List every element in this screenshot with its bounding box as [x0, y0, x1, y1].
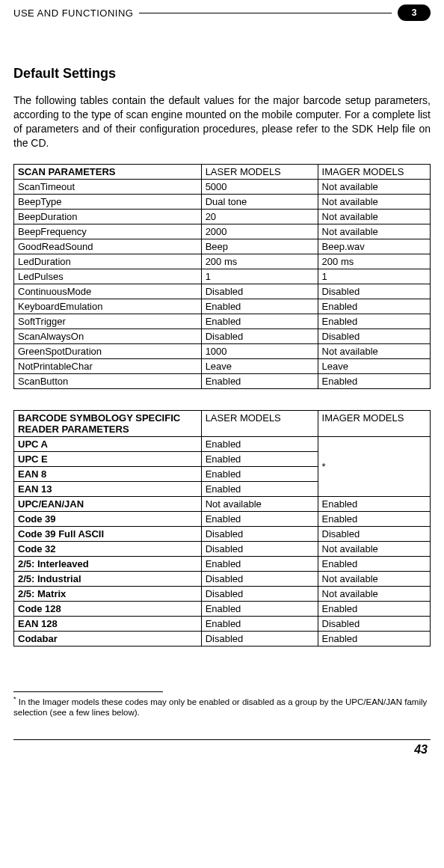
table-row: UPC/EAN/JANNot availableEnabled — [14, 496, 431, 511]
cell-imager: Enabled — [318, 299, 430, 314]
cell-param: ScanTimeout — [14, 179, 202, 194]
table-row: EAN 128EnabledDisabled — [14, 616, 431, 631]
cell-param: Code 39 Full ASCII — [14, 526, 202, 541]
cell-param: BeepType — [14, 194, 202, 209]
col-header-laser: LASER MODELS — [201, 164, 318, 179]
cell-param: ScanAlwaysOn — [14, 328, 202, 343]
cell-laser: Disabled — [201, 541, 318, 556]
page-header: USE AND FUNCTIONING 3 — [13, 0, 431, 21]
cell-imager: Not available — [318, 209, 430, 224]
cell-imager: Enabled — [318, 314, 430, 328]
col-header-imager: IMAGER MODELS — [318, 164, 430, 179]
cell-laser: Enabled — [201, 451, 318, 466]
cell-imager: Enabled — [318, 601, 430, 616]
table-row: BeepTypeDual toneNot available — [14, 194, 431, 209]
cell-laser: 1 — [201, 269, 318, 284]
cell-param: Code 128 — [14, 601, 202, 616]
section-title: Default Settings — [13, 66, 431, 82]
table-row: ContinuousModeDisabledDisabled — [14, 284, 431, 299]
cell-imager: 1 — [318, 269, 430, 284]
cell-imager: Not available — [318, 194, 430, 209]
cell-imager: Enabled — [318, 511, 430, 526]
table-row: 2/5: MatrixDisabledNot available — [14, 586, 431, 601]
cell-param: BeepDuration — [14, 209, 202, 224]
col-header-param: BARCODE SYMBOLOGY SPECIFIC READER PARAME… — [14, 410, 202, 436]
cell-imager: Enabled — [318, 373, 430, 388]
cell-laser: 1000 — [201, 343, 318, 358]
cell-imager: Enabled — [318, 631, 430, 646]
table-row: KeyboardEmulationEnabledEnabled — [14, 299, 431, 314]
table-row: SoftTriggerEnabledEnabled — [14, 314, 431, 328]
cell-laser: Enabled — [201, 314, 318, 328]
table-row: ScanTimeout5000Not available — [14, 179, 431, 194]
cell-param: EAN 8 — [14, 466, 202, 481]
cell-param: LedPulses — [14, 269, 202, 284]
cell-laser: 20 — [201, 209, 318, 224]
table-row: Code 32DisabledNot available — [14, 541, 431, 556]
table-header-row: BARCODE SYMBOLOGY SPECIFIC READER PARAME… — [14, 410, 431, 436]
cell-imager: Enabled — [318, 496, 430, 511]
cell-param: Codabar — [14, 631, 202, 646]
table-row: LedDuration200 ms200 ms — [14, 254, 431, 269]
col-header-param: SCAN PARAMETERS — [14, 164, 202, 179]
table-row: NotPrintableCharLeaveLeave — [14, 358, 431, 373]
cell-param: GreenSpotDuration — [14, 343, 202, 358]
cell-imager: Not available — [318, 541, 430, 556]
chapter-badge: 3 — [398, 4, 431, 21]
cell-param: ContinuousMode — [14, 284, 202, 299]
cell-imager: Not available — [318, 586, 430, 601]
cell-param: UPC A — [14, 436, 202, 451]
cell-laser: Beep — [201, 239, 318, 254]
cell-imager: Disabled — [318, 616, 430, 631]
cell-laser: Disabled — [201, 526, 318, 541]
cell-imager: Enabled — [318, 556, 430, 571]
table-row: GoodReadSoundBeepBeep.wav — [14, 239, 431, 254]
cell-laser: Disabled — [201, 284, 318, 299]
cell-imager: Not available — [318, 571, 430, 586]
cell-laser: Dual tone — [201, 194, 318, 209]
table-row: BeepDuration20Not available — [14, 209, 431, 224]
cell-laser: Disabled — [201, 571, 318, 586]
col-header-laser: LASER MODELS — [201, 410, 318, 436]
table-row: 2/5: IndustrialDisabledNot available — [14, 571, 431, 586]
cell-imager: Not available — [318, 179, 430, 194]
cell-laser: Enabled — [201, 299, 318, 314]
cell-imager: Disabled — [318, 328, 430, 343]
cell-param: Code 39 — [14, 511, 202, 526]
cell-param: SoftTrigger — [14, 314, 202, 328]
cell-param: UPC E — [14, 451, 202, 466]
table-row: LedPulses11 — [14, 269, 431, 284]
footnote-rule — [13, 691, 163, 692]
table-row: ScanAlwaysOnDisabledDisabled — [14, 328, 431, 343]
cell-laser: Disabled — [201, 328, 318, 343]
scan-parameters-table: SCAN PARAMETERS LASER MODELS IMAGER MODE… — [13, 164, 431, 389]
cell-laser: Enabled — [201, 511, 318, 526]
running-title: USE AND FUNCTIONING — [13, 7, 133, 19]
footnote-reference: * — [322, 461, 326, 472]
cell-param: BeepFrequency — [14, 224, 202, 239]
cell-imager: Not available — [318, 224, 430, 239]
cell-param: 2/5: Industrial — [14, 571, 202, 586]
footer-rule — [13, 739, 431, 740]
footnote-text: In the Imager models these codes may onl… — [13, 697, 427, 717]
cell-laser: Enabled — [201, 466, 318, 481]
table-row: CodabarDisabledEnabled — [14, 631, 431, 646]
cell-param: ScanButton — [14, 373, 202, 388]
cell-param: 2/5: Interleaved — [14, 556, 202, 571]
cell-imager: Leave — [318, 358, 430, 373]
cell-imager: Beep.wav — [318, 239, 430, 254]
col-header-imager: IMAGER MODELS — [318, 410, 430, 436]
header-rule — [139, 13, 392, 13]
cell-imager: Not available — [318, 343, 430, 358]
table-row: ScanButtonEnabledEnabled — [14, 373, 431, 388]
intro-paragraph: The following tables contain the default… — [13, 94, 431, 150]
cell-param: KeyboardEmulation — [14, 299, 202, 314]
cell-laser: Enabled — [201, 556, 318, 571]
cell-laser: Enabled — [201, 616, 318, 631]
cell-param: GoodReadSound — [14, 239, 202, 254]
cell-laser: Disabled — [201, 586, 318, 601]
cell-imager: Disabled — [318, 526, 430, 541]
cell-laser: Enabled — [201, 481, 318, 496]
cell-imager: Disabled — [318, 284, 430, 299]
table-row: GreenSpotDuration1000Not available — [14, 343, 431, 358]
